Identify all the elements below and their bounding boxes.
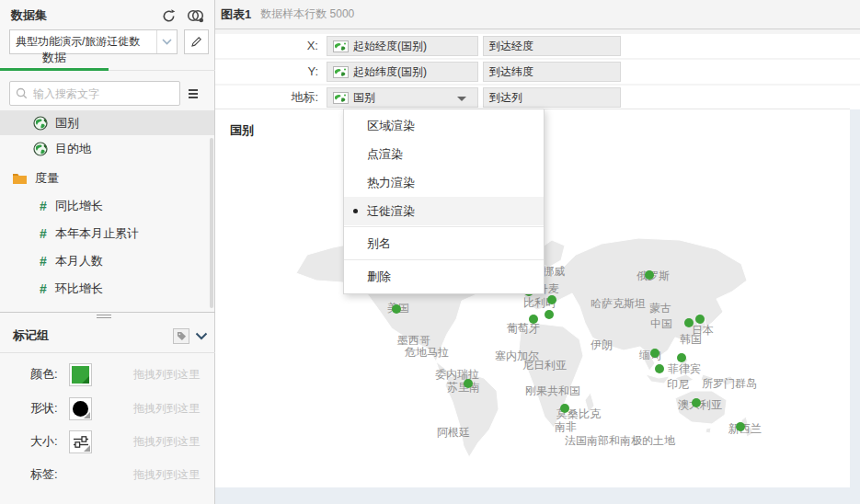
drag-grip-icon	[97, 315, 111, 318]
menu-item-label: 迁徙渲染	[367, 204, 415, 218]
axis-row-geo: 地标: 国别 到达列	[215, 86, 860, 109]
map-country-label: 伊朗	[591, 338, 613, 353]
menu-item-label: 热力渲染	[367, 176, 415, 189]
measure-label: 同比增长	[55, 198, 103, 214]
map-dot[interactable]	[677, 353, 686, 362]
tag-button[interactable]	[173, 328, 189, 344]
panel-resize-handle[interactable]	[0, 312, 215, 319]
map-country-label: 韩国	[680, 332, 702, 348]
divider	[344, 259, 544, 260]
map-country-label: 新西兰	[728, 421, 762, 437]
map-dot[interactable]	[560, 404, 569, 413]
map-dot[interactable]	[655, 364, 664, 373]
marks-header: 标记组	[0, 321, 215, 350]
field-pill-start-longitude[interactable]: 起始经度(国别)	[327, 36, 478, 56]
axis-label-y: Y:	[215, 60, 318, 84]
mark-label-shape: 形状:	[30, 400, 65, 417]
map-dot[interactable]	[464, 379, 473, 388]
map-country-label: 阿根廷	[437, 425, 470, 441]
hash-icon: #	[37, 226, 50, 241]
dimension-label: 目的地	[55, 141, 91, 157]
menu-item-label: 别名	[367, 236, 391, 250]
menu-item-label: 点渲染	[367, 147, 403, 161]
field-pill-end-longitude[interactable]: 到达经度	[483, 36, 621, 56]
map-dot[interactable]	[645, 270, 654, 280]
menu-item-heat-render[interactable]: 热力渲染	[344, 168, 544, 197]
map-dot[interactable]	[392, 304, 401, 314]
mark-row-label: 标签: 拖拽列到这里	[0, 461, 215, 488]
tag-icon	[177, 331, 187, 341]
map-country-label: 印尼	[667, 377, 689, 393]
tab-data[interactable]: 数据	[0, 48, 109, 71]
blend-dataset-button[interactable]	[185, 6, 207, 25]
map-country-label: 刚果共和国	[525, 384, 580, 399]
hash-icon: #	[37, 254, 50, 269]
search-input[interactable]	[33, 87, 174, 100]
selected-bullet-icon	[353, 209, 358, 213]
dataset-header: 数据集	[11, 5, 207, 27]
field-pill-country-dropdown[interactable]: 国别	[327, 87, 478, 108]
map-country-label: 中国	[650, 316, 672, 332]
refresh-icon	[161, 8, 177, 24]
map-dot[interactable]	[529, 315, 538, 324]
color-swatch-icon	[72, 366, 89, 384]
size-swatch-button[interactable]	[69, 430, 92, 453]
color-swatch-button[interactable]	[69, 363, 92, 386]
drop-hint: 拖拽列到这里	[133, 434, 200, 450]
measure-item[interactable]: # 本年本月止累计	[0, 221, 214, 246]
map-dot[interactable]	[695, 315, 705, 324]
measure-label: 环比增长	[55, 281, 103, 297]
map-country-label: 挪威	[543, 264, 565, 280]
field-pill-end-column[interactable]: 到达列	[483, 87, 621, 108]
refresh-button[interactable]	[157, 6, 179, 25]
field-pill-end-latitude[interactable]: 到达纬度	[483, 62, 621, 82]
hash-icon: #	[37, 281, 50, 296]
menu-item-label: 区域渲染	[367, 119, 415, 132]
field-pill-start-latitude[interactable]: 起始纬度(国别)	[327, 62, 478, 82]
map-dot[interactable]	[545, 310, 554, 319]
field-list-menu-icon[interactable]	[189, 89, 198, 98]
mark-row-color: 颜色: 拖拽列到这里	[0, 361, 215, 388]
measure-item[interactable]: # 环比增长	[0, 276, 214, 301]
map-country-label: 哈萨克斯坦	[591, 296, 646, 312]
map-dot[interactable]	[692, 398, 701, 407]
sample-row-count: 数据样本行数 5000	[260, 6, 354, 22]
map-dot[interactable]	[547, 295, 556, 304]
map-country-label: 危地马拉	[405, 345, 449, 361]
globe-icon	[33, 142, 48, 156]
map-field-icon	[333, 92, 349, 104]
measure-item[interactable]: # 本月人数	[0, 248, 214, 273]
measure-group-row[interactable]: 度量	[0, 166, 214, 190]
geo-render-menu: 区域渲染 点渲染 热力渲染 迁徙渲染 别名 删除	[343, 109, 545, 294]
field-pill-label: 起始经度(国别)	[353, 39, 427, 54]
menu-item-migration-render[interactable]: 迁徙渲染	[344, 197, 544, 225]
mark-row-shape: 形状: 拖拽列到这里	[0, 395, 215, 422]
field-pill-label: 到达纬度	[489, 64, 533, 80]
field-pill-label: 国别	[353, 90, 375, 106]
search-icon	[16, 87, 28, 99]
folder-icon	[12, 172, 28, 185]
drop-hint: 拖拽列到这里	[133, 367, 200, 383]
dimension-label: 国别	[55, 115, 79, 132]
collapse-marks-button[interactable]	[195, 332, 208, 340]
drop-hint: 拖拽列到这里	[133, 401, 200, 417]
sidebar-scrollbar[interactable]	[210, 138, 213, 308]
map-dot[interactable]	[650, 349, 659, 358]
menu-item-point-render[interactable]: 点渲染	[344, 140, 544, 168]
dimension-item-destination[interactable]: 目的地	[0, 136, 214, 161]
menu-item-alias[interactable]: 别名	[344, 228, 544, 258]
corner-fold-icon	[84, 412, 90, 418]
field-pill-label: 到达经度	[489, 39, 533, 54]
measure-item[interactable]: # 同比增长	[0, 193, 214, 218]
dimension-item-country[interactable]: 国别	[0, 110, 214, 135]
map-dot[interactable]	[736, 422, 745, 431]
shape-swatch-button[interactable]	[69, 397, 92, 420]
menu-item-delete[interactable]: 删除	[344, 261, 544, 292]
menu-item-area-render[interactable]: 区域渲染	[344, 111, 544, 140]
menu-item-label: 删除	[367, 269, 391, 283]
map-country-label: 法国南部和南极的土地	[565, 433, 675, 449]
axis-label-geo: 地标:	[215, 86, 318, 109]
blend-circles-icon	[186, 8, 206, 24]
map-dot[interactable]	[684, 318, 694, 327]
chart-config-bar: 图表1 数据样本行数 5000 X: 起始经度(国别) 到达经度 Y: 起始纬度…	[215, 0, 860, 109]
